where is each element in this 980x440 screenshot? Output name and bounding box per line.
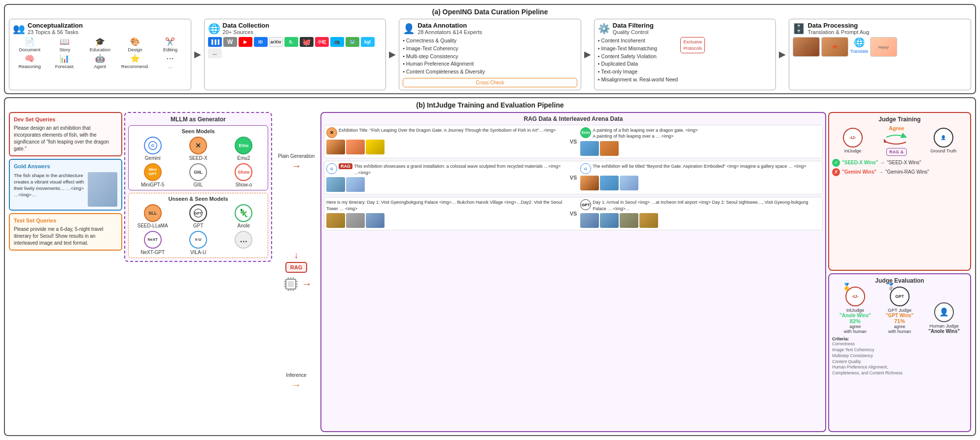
- anole-wins-green: "Anole Wins": [840, 313, 871, 318]
- translate-icon: 🌐: [854, 37, 865, 48]
- model-vilau: V-U VILA-U: [176, 231, 219, 255]
- entry3-img2: [346, 213, 365, 228]
- svg-text:G: G: [584, 167, 587, 171]
- step2-subtitle: 20+ Sources: [223, 29, 270, 35]
- dev-query-title: Dev Set Queries: [14, 116, 117, 123]
- gold-medal: 🥇: [842, 283, 851, 291]
- seedllama-circle: SLL: [144, 204, 162, 222]
- entry1-left-badge: ✕: [326, 127, 337, 138]
- seen-models-title: Seen Models: [131, 128, 265, 134]
- giil-circle: GIIL: [189, 163, 207, 181]
- topics-grid: 📄 Document 📖 Story 🎓 Education 🎨 Design: [13, 37, 187, 69]
- model-minigpt: MiniGPT MiniGPT-5: [131, 163, 174, 187]
- judge-arrows-center: Agree: [884, 125, 909, 156]
- left-queries-col: Dev Set Queries Please design an art exh…: [9, 112, 122, 432]
- ground-truth-label: Ground Truth: [930, 148, 956, 153]
- topic-document: 📄 Document: [13, 37, 46, 52]
- svg-text:G: G: [330, 167, 333, 171]
- source-map: 🗺️: [346, 37, 359, 47]
- conceptualization-icon: 👥: [13, 24, 25, 34]
- criteria-section: Criteria: Correctness Image-Text Coheren…: [832, 336, 967, 376]
- model-giil: GIIL GIIL: [176, 163, 219, 187]
- entry2-left-badge: G: [326, 163, 337, 174]
- arrow-1: ▶: [193, 19, 202, 90]
- entry2-right-text: The exhibition will be titled "Beyond th…: [593, 163, 806, 170]
- model-dots: …: [222, 231, 265, 255]
- mllm-title: MLLM as Generator: [128, 116, 268, 123]
- unseen-models-grid: SLL SEED-LLaMA GPT GPT 🦎: [131, 204, 265, 255]
- topic-editing: ✂️ Editing: [153, 37, 187, 52]
- dev-query-box: Dev Set Queries Please design an art exh…: [9, 112, 122, 156]
- model-emu2: Emu Emu2: [222, 137, 265, 161]
- step-conceptualization: 👥 Conceptualization 23 Topics & 56 Tasks…: [9, 19, 191, 90]
- agree-label: Agree: [889, 125, 904, 131]
- test-query-text: Please provide me a 6-day, 5-night trave…: [14, 226, 117, 247]
- model-anole: 🦎 Anole: [222, 204, 265, 228]
- source-more: …: [208, 48, 222, 58]
- topic-recommend: ⭐ Recommend.: [118, 54, 152, 69]
- result-row-2: ✗ "Gemini Wins" → "Gemini-RAG Wins": [832, 168, 967, 176]
- main-container: (a) OpenING Data Curation Pipeline 👥 Con…: [0, 0, 980, 440]
- model-nextgpt: NeXT NeXT-GPT: [131, 231, 174, 255]
- rag-right-arrow: →: [302, 278, 312, 290]
- emu2-circle: Emu: [235, 137, 252, 154]
- intjudge-training-circle: -IJ-: [843, 128, 863, 147]
- topic-agent: 🤖 Agent: [83, 54, 117, 69]
- vs1: VS: [568, 127, 579, 156]
- sources-grid: ▐▐▐ W ▶ ID arXiv S. 🐙 小红 📺 🗺️ kgl …: [208, 37, 383, 58]
- anole-wins-black: "Anole Wins": [928, 329, 960, 334]
- entry3-right-text: Day 1: Arrival in Seoul <img> …at Incheo…: [593, 199, 820, 212]
- proc-img-2: 🍁: [821, 37, 848, 57]
- step3-title: Data Annotation: [418, 22, 482, 29]
- mllm-generator-col: MLLM as Generator Seen Models G Gemini: [124, 112, 272, 432]
- seen-models-grid: G Gemini ✕ SEED-X Emu Emu2: [131, 137, 265, 187]
- gpt-label: GPT: [193, 223, 204, 228]
- arrows-col: Plain Generation → ↓ RAG: [274, 112, 318, 432]
- showo-label: Show-o: [235, 182, 252, 187]
- judge-icons-row: -IJ- IntJudge Agree: [832, 125, 967, 156]
- step1-subtitle: 23 Topics & 56 Tasks: [28, 29, 83, 35]
- source-arxiv: arXiv: [269, 37, 283, 47]
- source-kaggle: kgl: [361, 37, 375, 47]
- entry2-img1: [326, 177, 345, 192]
- collection-icon: 🌐: [208, 24, 220, 34]
- topic-forecast: 📊 Forecast.: [48, 54, 81, 69]
- annotation-icon: 👤: [403, 24, 415, 34]
- seedx-wins-green: "SEED-X Wins": [842, 160, 878, 165]
- topic-reasoning: 🧠 Reasoning: [13, 54, 46, 69]
- plain-gen-arrow: →: [291, 160, 301, 172]
- vilau-circle: V-U: [189, 231, 207, 249]
- minigpt-label: MiniGPT-5: [141, 182, 164, 187]
- step4-title: Data Filtering: [613, 22, 654, 29]
- step5-subtitle: Translation & Prompt Aug: [807, 29, 869, 35]
- source-wiki: W: [223, 37, 237, 47]
- model-gpt: GPT GPT: [176, 204, 219, 228]
- agree-82: 82%: [850, 318, 861, 324]
- gpt-judge-item: GPT 🥈 GPT Judge "GPT Wins" 71% agree wit…: [886, 287, 914, 334]
- svg-text:G: G: [151, 143, 154, 148]
- source-youtube: ▶: [239, 37, 252, 47]
- step-data-filtering: ⚙️ Data Filtering Quality Control Conten…: [594, 19, 776, 90]
- entry1-right-text: A painting of a fish leaping over a drag…: [593, 127, 698, 140]
- entry2-rimg2: [600, 176, 619, 190]
- dev-query-text: Please design an art exhibition that inc…: [14, 125, 117, 152]
- source-id: ID: [254, 37, 268, 47]
- gemini-rag-wins-black: "Gemini-RAG Wins": [885, 169, 929, 175]
- silver-medal: 🥈: [887, 283, 895, 291]
- entry1-img2: [346, 140, 365, 154]
- section-b-row: Dev Set Queries Please design an art exh…: [9, 112, 971, 432]
- entry1-rimg1: [580, 141, 599, 156]
- cross-check-badge: Cross Check: [403, 78, 577, 87]
- step-data-annotation: 👤 Data Annotation 28 Annotators &14 Expe…: [399, 19, 581, 90]
- criteria-items: Correctness Image-Text Coherency Multist…: [832, 341, 967, 376]
- entry2-rimg3: [620, 176, 638, 190]
- source-s: S.: [284, 37, 298, 47]
- inference-group: Inference →: [286, 372, 307, 391]
- emu2-label: Emu2: [237, 155, 250, 161]
- entry1-left-text: Exhibition Title: "Fish Leaping Over the…: [339, 127, 556, 134]
- seedx-circle: ✕: [189, 137, 207, 154]
- annotation-criteria: Correctness & Quality Image-Text Coheren…: [403, 37, 577, 76]
- criteria-label: Criteria:: [832, 336, 967, 341]
- proc-img-1: 文: [793, 37, 820, 57]
- gold-answers-box: Gold Answers The fish shape in the archi…: [9, 159, 122, 210]
